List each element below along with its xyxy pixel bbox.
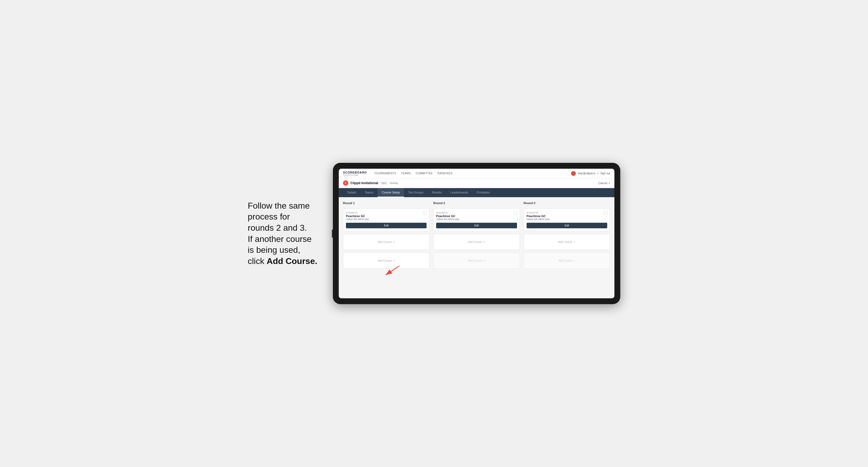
nav-tournaments[interactable]: TOURNAMENTS <box>374 172 396 175</box>
instruction-line6: click <box>248 256 267 266</box>
instruction-line4: If another course <box>248 234 312 244</box>
nav-committee[interactable]: COMMITTEE <box>416 172 433 175</box>
round-3-add-course-2: Add Course + <box>524 252 610 269</box>
add-course-1-label: Add Course <box>378 241 392 244</box>
clippd-logo: C <box>343 180 348 186</box>
add-course-r3-2-label: Add Course <box>558 259 572 262</box>
tournament-gender: Men <box>380 182 388 185</box>
round-3-edit-button[interactable]: Edit <box>527 223 607 228</box>
instruction-bold: Add Course. <box>267 256 317 266</box>
main-content: Round 1 ⋯ (Course A) Peachtree GC Yellow… <box>339 197 614 298</box>
add-course-r2-2-plus: + <box>483 259 485 262</box>
round-1-add-course-2[interactable]: Add Course + <box>343 252 430 269</box>
round-3-title: Round 3 <box>524 201 610 205</box>
instruction-line1: Follow the same <box>248 201 310 211</box>
instruction-line3: rounds 2 and 3. <box>248 223 307 232</box>
cancel-label: Cancel <box>598 182 607 185</box>
round-3-course-name: Peachtree GC <box>527 215 607 218</box>
tab-leaderboards[interactable]: Leaderboards <box>446 188 473 197</box>
round-1-course-detail: Yellow (M) (6629 yds) <box>346 218 427 221</box>
round-3-add-course-1[interactable]: Add Course + <box>524 234 610 250</box>
add-course-2-label: Add Course <box>378 259 392 262</box>
round-1-edit-button[interactable]: Edit <box>346 223 427 228</box>
round-2-add-course-2: Add Course + <box>433 252 520 269</box>
add-course-1-plus: + <box>393 240 395 244</box>
menu-icon: ⋯ <box>424 212 426 215</box>
top-nav-links: TOURNAMENTS TEAMS COMMITTEE RANKINGS <box>374 172 565 175</box>
sign-out-link[interactable]: Sign out <box>600 172 610 175</box>
instruction-text: Follow the same process for rounds 2 and… <box>248 200 322 267</box>
round-1-course-name: Peachtree GC <box>346 215 427 218</box>
add-course-r2-1-label: Add Course <box>468 241 482 244</box>
cancel-button[interactable]: Cancel × <box>598 182 610 185</box>
separator: | <box>598 172 598 175</box>
user-email: blair@clippd.io <box>578 172 595 175</box>
tab-printables[interactable]: Printables <box>473 188 494 197</box>
round-2-course-label: (Course A) <box>436 211 517 214</box>
user-avatar <box>571 171 576 176</box>
round-2-course-detail: Yellow (M) (6629 yds) <box>436 218 517 221</box>
tournament-name: Clippd Invitational <box>350 181 378 185</box>
tab-course-setup[interactable]: Course Setup <box>378 188 404 197</box>
tab-tee-groups[interactable]: Tee Groups <box>404 188 428 197</box>
round-2-course-card: ⋯ (Course A) Peachtree GC Yellow (M) (66… <box>433 208 520 231</box>
menu-icon-r2: ⋯ <box>514 212 517 215</box>
round-1-add-course-1[interactable]: Add Course + <box>343 234 430 250</box>
round-3-course-detail: Yellow (M) (6629 yds) <box>527 218 607 221</box>
add-course-r2-1-plus: + <box>483 240 485 244</box>
sub-header: C Clippd Invitational Men Hosting Cancel… <box>339 178 614 188</box>
scoreboard-logo: SCOREBOARD Powered by clippd <box>343 171 367 176</box>
tablet-screen: SCOREBOARD Powered by clippd TOURNAMENTS… <box>339 169 614 298</box>
tablet-side-button <box>332 230 333 238</box>
rounds-grid: Round 1 ⋯ (Course A) Peachtree GC Yellow… <box>343 201 610 269</box>
round-1-course-menu[interactable]: ⋯ <box>423 211 427 215</box>
round-2-column: Round 2 ⋯ (Course A) Peachtree GC Yellow… <box>433 201 520 269</box>
cancel-icon: × <box>609 182 610 185</box>
tab-details[interactable]: Details <box>343 188 361 197</box>
round-2-add-course-1[interactable]: Add Course + <box>433 234 520 250</box>
round-3-course-card: ⋯ (Course A) Peachtree GC Yellow (M) (66… <box>524 208 610 231</box>
round-2-title: Round 2 <box>433 201 520 205</box>
round-3-column: Round 3 ⋯ (Course A) Peachtree GC Yellow… <box>524 201 610 269</box>
round-2-edit-button[interactable]: Edit <box>436 223 517 228</box>
add-course-r3-1-label: Add Course <box>558 241 572 244</box>
round-1-course-label: (Course A) <box>346 211 427 214</box>
menu-icon-r3: ⋯ <box>604 212 607 215</box>
round-1-column: Round 1 ⋯ (Course A) Peachtree GC Yellow… <box>343 201 430 269</box>
tab-teams[interactable]: Teams <box>361 188 378 197</box>
round-3-course-label: (Course A) <box>527 211 607 214</box>
nav-rankings[interactable]: RANKINGS <box>437 172 452 175</box>
tournament-info: C Clippd Invitational Men Hosting <box>343 180 398 186</box>
nav-teams[interactable]: TEAMS <box>401 172 411 175</box>
add-course-r3-2-plus: + <box>574 259 576 262</box>
round-3-course-menu[interactable]: ⋯ <box>603 211 608 215</box>
tablet-frame: SCOREBOARD Powered by clippd TOURNAMENTS… <box>333 163 620 304</box>
round-2-course-menu[interactable]: ⋯ <box>513 211 518 215</box>
top-nav: SCOREBOARD Powered by clippd TOURNAMENTS… <box>339 169 614 178</box>
add-course-r3-1-plus: + <box>574 240 576 244</box>
logo-subtitle: Powered by clippd <box>343 174 367 176</box>
top-nav-right: blair@clippd.io | Sign out <box>571 171 610 176</box>
round-1-title: Round 1 <box>343 201 430 205</box>
instruction-line5: is being used, <box>248 245 300 255</box>
add-course-r2-2-label: Add Course <box>468 259 482 262</box>
tab-nav: Details Teams Course Setup Tee Groups Re… <box>339 188 614 197</box>
logo-title: SCOREBOARD <box>343 171 367 174</box>
round-2-course-name: Peachtree GC <box>436 215 517 218</box>
instruction-line2: process for <box>248 212 290 221</box>
add-course-2-plus: + <box>393 259 395 262</box>
tab-results[interactable]: Results <box>428 188 446 197</box>
round-1-course-card: ⋯ (Course A) Peachtree GC Yellow (M) (66… <box>343 208 430 231</box>
hosting-badge: Hosting <box>390 182 398 184</box>
